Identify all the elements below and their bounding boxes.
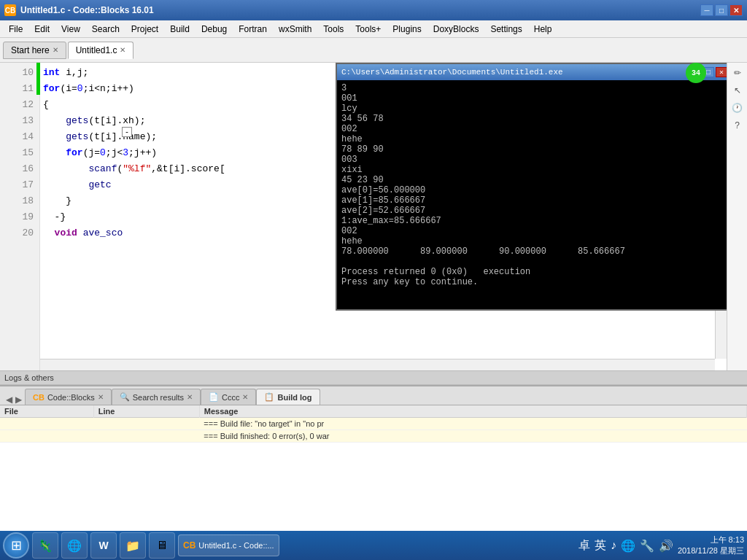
line-numbers: 10 11 12 13 14 15 16 17 18 19 20 bbox=[0, 63, 40, 370]
window-title: Untitled1.c - Code::Blocks 16.01 bbox=[20, 5, 154, 15]
tray-ying[interactable]: 英 bbox=[595, 538, 606, 553]
minimize-button[interactable]: ─ bbox=[700, 4, 713, 16]
tab-untitled1c-close[interactable]: ✕ bbox=[120, 46, 125, 54]
taskbar-tray: 卓 英 ♪ 🌐 🔧 🔊 上午 8:13 2018/11/28 星期三 bbox=[578, 534, 744, 557]
start-button[interactable]: ⊞ bbox=[3, 532, 29, 559]
col-file: File bbox=[0, 405, 93, 418]
tray-music[interactable]: ♪ bbox=[611, 539, 616, 552]
right-sidebar: ✏ ↖ 🕐 ? bbox=[727, 63, 747, 370]
taskbar-word[interactable]: W bbox=[90, 532, 117, 559]
menu-help[interactable]: Help bbox=[528, 23, 558, 36]
log-file bbox=[0, 418, 93, 430]
col-line: Line bbox=[93, 405, 199, 418]
menu-debug[interactable]: Debug bbox=[196, 23, 233, 36]
tray-zhuo[interactable]: 卓 bbox=[578, 538, 590, 553]
table-row: === Build file: "no target" in "no pr bbox=[0, 418, 747, 430]
tab-start-here[interactable]: Start here ✕ bbox=[3, 42, 66, 59]
tray-speaker[interactable]: 🔊 bbox=[659, 539, 673, 553]
menu-view[interactable]: View bbox=[55, 23, 86, 36]
menu-build[interactable]: Build bbox=[164, 23, 196, 36]
taskbar-time: 上午 8:13 bbox=[678, 534, 744, 545]
console-output: 3 001 lcy 34 56 78 002 hehe 78 89 90 003… bbox=[337, 80, 727, 309]
window-controls: ─ □ ✕ bbox=[700, 4, 743, 16]
menu-plugins[interactable]: Plugins bbox=[387, 23, 427, 36]
taskbar-date: 2018/11/28 星期三 bbox=[678, 545, 744, 556]
logs-label: Logs & others bbox=[0, 370, 747, 385]
console-titlebar[interactable]: C:\Users\Administrator\Documents\Untitle… bbox=[337, 64, 727, 80]
tab-start-here-close[interactable]: ✕ bbox=[53, 46, 58, 54]
bottom-nav-left[interactable]: ◀ bbox=[4, 394, 14, 405]
menu-doxyblocks[interactable]: DoxyBlocks bbox=[427, 23, 485, 36]
menu-toolsplus[interactable]: Tools+ bbox=[349, 23, 387, 36]
taskbar-codeblocks[interactable]: CB Untitled1.c - Code::... bbox=[178, 534, 279, 556]
table-row: === Build finished: 0 error(s), 0 war bbox=[0, 430, 747, 443]
menu-search[interactable]: Search bbox=[86, 23, 125, 36]
tab-start-here-label: Start here bbox=[11, 45, 50, 55]
taskbar-ie[interactable]: 🌐 bbox=[61, 532, 88, 559]
console-title: C:\Users\Administrator\Documents\Untitle… bbox=[341, 68, 563, 77]
menu-settings[interactable]: Settings bbox=[484, 23, 527, 36]
bottom-tab-codeblocks[interactable]: CB Code::Blocks ✕ bbox=[25, 389, 112, 405]
taskbar: ⊞ 🦎 🌐 W 📁 🖥 CB Untitled1.c - Code::... 卓… bbox=[0, 531, 747, 560]
menu-file[interactable]: File bbox=[3, 23, 28, 36]
taskbar-gecko[interactable]: 🦎 bbox=[32, 532, 58, 559]
tray-settings[interactable]: 🔧 bbox=[640, 539, 654, 553]
col-message: Message bbox=[199, 405, 746, 418]
collapse-button[interactable]: - bbox=[122, 127, 132, 137]
taskbar-explorer[interactable]: 📁 bbox=[120, 532, 146, 559]
log-file bbox=[0, 430, 93, 443]
console-close[interactable]: ✕ bbox=[716, 67, 727, 77]
sidebar-cursor-icon[interactable]: ↖ bbox=[730, 83, 745, 98]
bottom-tab-search[interactable]: 🔍 Search results ✕ bbox=[112, 389, 201, 405]
bottom-tab-buildlog[interactable]: 📋 Build log bbox=[256, 389, 320, 405]
sidebar-question-icon[interactable]: ? bbox=[730, 118, 745, 133]
bottom-log-content: File Line Message === Build file: "no ta… bbox=[0, 405, 747, 531]
log-line bbox=[93, 430, 199, 443]
bottom-tabs: ◀ ▶ CB Code::Blocks ✕ 🔍 Search results ✕… bbox=[0, 386, 747, 405]
code-editor[interactable]: 10 11 12 13 14 15 16 17 18 19 20 bbox=[0, 63, 727, 370]
taskbar-app5[interactable]: 🖥 bbox=[149, 532, 175, 559]
bottom-tab-codeblocks-close[interactable]: ✕ bbox=[98, 393, 104, 401]
log-line bbox=[93, 418, 199, 430]
menubar: File Edit View Search Project Build Debu… bbox=[0, 20, 747, 38]
close-button[interactable]: ✕ bbox=[729, 4, 743, 16]
app-icon: CB bbox=[4, 4, 16, 16]
bottom-tab-cccc-close[interactable]: ✕ bbox=[242, 393, 248, 401]
tab-untitled1c-label: Untitled1.c bbox=[76, 45, 117, 55]
log-message: === Build finished: 0 error(s), 0 war bbox=[199, 430, 746, 443]
bottom-tab-cccc[interactable]: 📄 Cccc ✕ bbox=[201, 389, 256, 405]
log-table: File Line Message === Build file: "no ta… bbox=[0, 405, 747, 443]
bottom-nav-right[interactable]: ▶ bbox=[14, 394, 23, 405]
tray-net[interactable]: 🌐 bbox=[621, 539, 635, 553]
log-message: === Build file: "no target" in "no pr bbox=[199, 418, 746, 430]
sidebar-clock-icon[interactable]: 🕐 bbox=[730, 101, 745, 115]
green-indicator: 34 bbox=[686, 63, 706, 83]
menu-fortran[interactable]: Fortran bbox=[233, 23, 273, 36]
maximize-button[interactable]: □ bbox=[715, 4, 728, 16]
menu-project[interactable]: Project bbox=[125, 23, 164, 36]
console-window: C:\Users\Administrator\Documents\Untitle… bbox=[336, 63, 727, 311]
titlebar: CB Untitled1.c - Code::Blocks 16.01 ─ □ … bbox=[0, 0, 747, 20]
tab-untitled1c[interactable]: Untitled1.c ✕ bbox=[68, 42, 134, 59]
menu-wxsmith[interactable]: wxSmith bbox=[273, 23, 317, 36]
editor-hscroll[interactable] bbox=[40, 359, 715, 370]
menu-edit[interactable]: Edit bbox=[28, 23, 55, 36]
editor-tabs: Start here ✕ Untitled1.c ✕ bbox=[0, 38, 747, 63]
bottom-tab-search-close[interactable]: ✕ bbox=[187, 393, 193, 401]
bottom-panel: ◀ ▶ CB Code::Blocks ✕ 🔍 Search results ✕… bbox=[0, 385, 747, 531]
sidebar-pencil-icon[interactable]: ✏ bbox=[730, 66, 745, 80]
menu-tools[interactable]: Tools bbox=[317, 23, 349, 36]
